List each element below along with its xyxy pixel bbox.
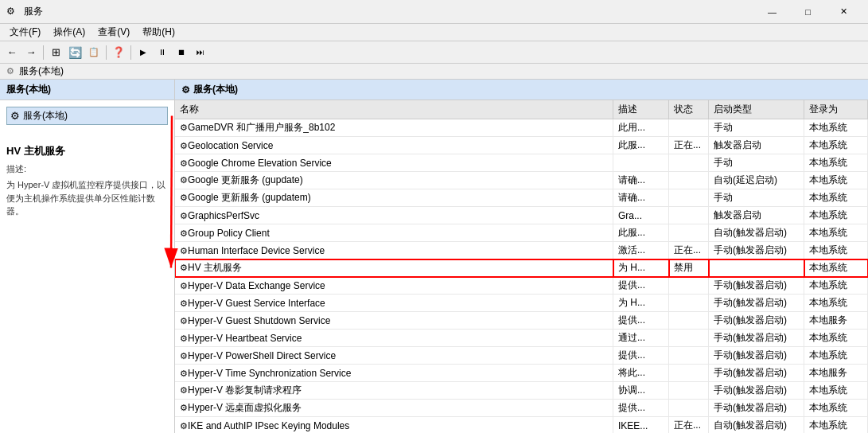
service-icon: ⚙ — [180, 334, 188, 344]
title-bar-title: 服务 — [24, 5, 43, 18]
service-icon: ⚙ — [180, 158, 188, 169]
toolbar: ← → ⊞ 🔄 📋 ❓ ▶ ⏸ ⏹ ⏭ — [0, 41, 868, 64]
desc-service-name: HV 主机服务 — [6, 144, 168, 158]
maximize-button[interactable]: □ — [790, 0, 826, 24]
service-icon: ⚙ — [180, 193, 188, 203]
right-header: ⚙ 服务(本地) — [175, 80, 868, 100]
table-row[interactable]: ⚙IKE and AuthIP IPsec Keying ModulesIKEE… — [175, 417, 868, 434]
play-button[interactable]: ▶ — [134, 44, 152, 61]
menu-bar: 文件(F) 操作(A) 查看(V) 帮助(H) — [0, 24, 868, 41]
service-icon: ⚙ — [180, 228, 188, 239]
service-icon: ⚙ — [180, 316, 188, 326]
help-button[interactable]: ❓ — [110, 44, 127, 61]
table-row[interactable]: ⚙HV 主机服务为 H...禁用本地系统 — [175, 259, 868, 277]
table-row[interactable]: ⚙Hyper-V PowerShell Direct Service提供...手… — [175, 347, 868, 365]
close-button[interactable]: ✕ — [826, 0, 862, 24]
service-icon: ⚙ — [180, 211, 188, 221]
title-bar: ⚙ 服务 — □ ✕ — [0, 0, 868, 24]
tree-item-local-services[interactable]: ⚙ 服务(本地) — [6, 107, 168, 125]
table-row[interactable]: ⚙Google Chrome Elevation Service手动本地系统 — [175, 154, 868, 172]
forward-button[interactable]: → — [22, 44, 40, 61]
table-row[interactable]: ⚙Hyper-V Time Synchronization Service将此.… — [175, 365, 868, 382]
table-row[interactable]: ⚙Hyper-V 卷影复制请求程序协调...手动(触发器启动)本地系统 — [175, 382, 868, 400]
address-text: 服务(本地) — [19, 64, 64, 78]
address-bar: ⚙ 服务(本地) — [0, 64, 868, 80]
service-icon: ⚙ — [180, 403, 188, 413]
desc-text: 为 Hyper-V 虚拟机监控程序提供接口，以便为主机操作系统提供单分区性能计数… — [6, 178, 168, 218]
service-icon: ⚙ — [180, 141, 188, 151]
title-bar-controls: — □ ✕ — [754, 0, 862, 24]
table-row[interactable]: ⚙Hyper-V 远桌面虚拟化服务提供...手动(触发器启动)本地系统 — [175, 400, 868, 417]
back-button[interactable]: ← — [3, 44, 21, 61]
table-row[interactable]: ⚙GraphicsPerfSvcGra...触发器启动本地系统 — [175, 207, 868, 224]
left-panel-tree: ⚙ 服务(本地) — [0, 100, 174, 131]
app-icon: ⚙ — [6, 6, 19, 18]
menu-action[interactable]: 操作(A) — [47, 24, 91, 41]
stop-button[interactable]: ⏹ — [173, 44, 190, 61]
show-hide-button[interactable]: ⊞ — [47, 44, 64, 61]
table-row[interactable]: ⚙Human Interface Device Service激活...正在..… — [175, 242, 868, 259]
service-icon: ⚙ — [180, 175, 188, 185]
export-button[interactable]: 📋 — [85, 44, 103, 61]
table-row[interactable]: ⚙Group Policy Client此服...自动(触发器启动)本地系统 — [175, 224, 868, 242]
toolbar-sep-2 — [106, 45, 107, 60]
service-icon: ⚙ — [180, 385, 188, 396]
main-container: 服务(本地) ⚙ 服务(本地) HV 主机服务 描述: 为 Hyper-V 虚拟… — [0, 80, 868, 433]
service-icon: ⚙ — [180, 298, 188, 309]
menu-view[interactable]: 查看(V) — [91, 24, 136, 41]
table-row[interactable]: ⚙Google 更新服务 (gupdatem)请确...手动本地系统 — [175, 189, 868, 207]
right-header-title: 服务(本地) — [193, 83, 238, 96]
tree-item-label: 服务(本地) — [23, 109, 68, 123]
toolbar-sep-1 — [43, 45, 44, 60]
menu-file[interactable]: 文件(F) — [3, 24, 47, 41]
toolbar-sep-3 — [130, 45, 131, 60]
right-panel[interactable]: ⚙ 服务(本地) 名称 描述 状态 启动类型 登录为 ⚙GameDVR 和广播用… — [175, 80, 868, 433]
service-icon: ⚙ — [180, 281, 188, 291]
table-row[interactable]: ⚙Hyper-V Data Exchange Service提供...手动(触发… — [175, 277, 868, 295]
table-row[interactable]: ⚙Hyper-V Guest Service Interface为 H...手动… — [175, 295, 868, 312]
pause-button[interactable]: ⏸ — [154, 44, 171, 61]
services-table: 名称 描述 状态 启动类型 登录为 ⚙GameDVR 和广播用户服务_8b102… — [175, 100, 868, 433]
col-name[interactable]: 名称 — [175, 100, 613, 119]
table-row[interactable]: ⚙Geolocation Service此服...正在...触发器启动本地系统 — [175, 137, 868, 154]
table-header-row: 名称 描述 状态 启动类型 登录为 — [175, 100, 868, 119]
table-row[interactable]: ⚙Hyper-V Guest Shutdown Service提供...手动(触… — [175, 312, 868, 330]
col-status[interactable]: 状态 — [669, 100, 709, 119]
title-bar-left: ⚙ 服务 — [6, 5, 43, 18]
col-desc[interactable]: 描述 — [613, 100, 669, 119]
restart-button[interactable]: ⏭ — [192, 44, 209, 61]
right-header-icon: ⚙ — [181, 84, 190, 96]
minimize-button[interactable]: — — [754, 0, 790, 24]
tree-item-icon: ⚙ — [10, 110, 20, 122]
menu-help[interactable]: 帮助(H) — [136, 24, 181, 41]
table-row[interactable]: ⚙Google 更新服务 (gupdate)请确...自动(延迟启动)本地系统 — [175, 172, 868, 189]
service-icon: ⚙ — [180, 246, 188, 256]
left-panel: 服务(本地) ⚙ 服务(本地) HV 主机服务 描述: 为 Hyper-V 虚拟… — [0, 80, 175, 433]
description-panel: HV 主机服务 描述: 为 Hyper-V 虚拟机监控程序提供接口，以便为主机操… — [0, 138, 174, 224]
col-startup[interactable]: 启动类型 — [709, 100, 804, 119]
left-panel-header: 服务(本地) — [0, 80, 174, 100]
service-icon: ⚙ — [180, 123, 188, 133]
table-row[interactable]: ⚙GameDVR 和广播用户服务_8b102此用...手动本地系统 — [175, 119, 868, 137]
desc-label: 描述: — [6, 163, 168, 175]
service-icon: ⚙ — [180, 351, 188, 361]
service-icon: ⚙ — [180, 263, 188, 273]
refresh-button[interactable]: 🔄 — [66, 44, 84, 61]
col-login[interactable]: 登录为 — [804, 100, 868, 119]
service-icon: ⚙ — [180, 369, 188, 379]
address-icon: ⚙ — [6, 66, 14, 76]
table-row[interactable]: ⚙Hyper-V Heartbeat Service通过...手动(触发器启动)… — [175, 330, 868, 347]
service-icon: ⚙ — [180, 421, 188, 431]
